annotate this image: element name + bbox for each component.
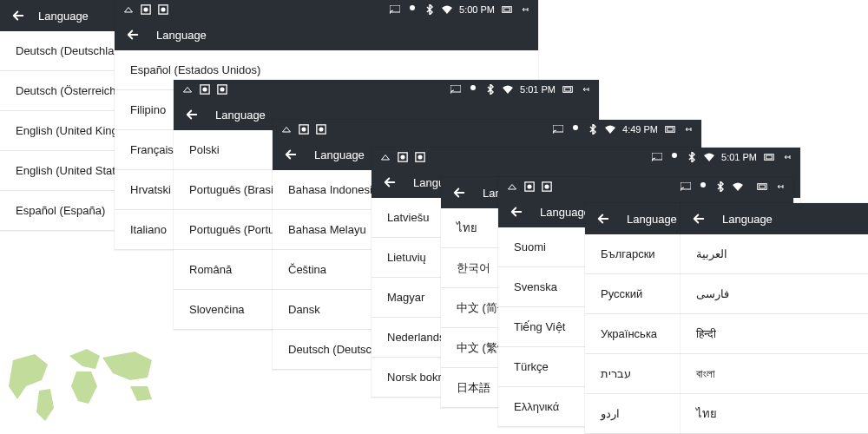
back-nav-icon[interactable]	[519, 4, 529, 15]
svg-point-9	[202, 87, 207, 91]
cast-icon	[652, 152, 662, 162]
bluetooth-icon	[687, 152, 697, 162]
back-arrow-icon[interactable]	[125, 27, 141, 43]
app-icon-2	[217, 84, 227, 95]
language-option[interactable]: فارسی	[681, 274, 868, 314]
location-icon	[669, 152, 680, 162]
title-bar: Language	[681, 203, 868, 234]
status-bar	[498, 177, 793, 196]
language-option[interactable]: ไทย	[681, 394, 868, 434]
page-title: Language	[722, 213, 773, 226]
language-option[interactable]: Українська	[585, 314, 681, 354]
title-bar: Language	[0, 0, 115, 31]
location-icon	[698, 181, 708, 192]
wifi-icon	[605, 124, 615, 135]
language-option[interactable]: العربية	[681, 234, 868, 274]
home-icon[interactable]	[380, 152, 391, 162]
language-option[interactable]: Español (España)	[0, 191, 115, 231]
language-option[interactable]: English (United Kingdom)	[0, 111, 115, 151]
status-bar: 5:01 PM	[372, 148, 800, 167]
location-icon	[570, 124, 581, 135]
language-option[interactable]: हिन्दी	[681, 314, 868, 354]
app-icon	[141, 4, 151, 15]
page-title: Language	[540, 206, 590, 219]
back-arrow-icon[interactable]	[184, 107, 200, 122]
clock: 4:49 PM	[622, 124, 658, 135]
status-bar: 4:49 PM	[273, 120, 701, 139]
language-option[interactable]: বাংলা	[681, 354, 868, 394]
svg-point-5	[410, 5, 415, 10]
home-icon[interactable]	[123, 4, 134, 15]
language-list: БългарскиРусскийУкраїнськаעבריתاردو	[585, 234, 681, 434]
language-option[interactable]: Български	[585, 234, 681, 274]
clock: 5:01 PM	[520, 84, 556, 95]
back-arrow-icon[interactable]	[509, 204, 524, 220]
svg-rect-7	[504, 8, 510, 11]
home-icon[interactable]	[507, 181, 517, 192]
back-nav-icon[interactable]	[774, 181, 785, 192]
svg-point-3	[161, 7, 165, 11]
app-icon	[398, 152, 408, 162]
page-title: Language	[38, 10, 89, 23]
language-option[interactable]: Deutsch (Österreich)	[0, 71, 115, 111]
language-option[interactable]: اردو	[585, 394, 681, 434]
bluetooth-icon	[424, 4, 435, 15]
language-option[interactable]: Русский	[585, 274, 681, 314]
bluetooth-icon	[715, 181, 726, 192]
language-list: العربيةفارسیहिन्दीবাংলাไทย	[681, 234, 868, 434]
title-bar: Language	[115, 19, 538, 50]
language-option[interactable]: Deutsch (Deutschland)	[0, 31, 115, 71]
language-list: Deutsch (Deutschland)Deutsch (Österreich…	[0, 31, 115, 231]
home-icon[interactable]	[182, 84, 193, 95]
recents-icon[interactable]	[665, 124, 675, 135]
language-option[interactable]: English (United States)	[0, 151, 115, 191]
svg-point-33	[527, 184, 531, 188]
svg-rect-15	[565, 88, 571, 91]
cast-icon	[681, 181, 691, 192]
svg-point-35	[544, 184, 549, 188]
app-icon	[299, 124, 309, 135]
app-icon	[524, 181, 535, 192]
back-nav-icon[interactable]	[682, 124, 693, 135]
wifi-icon	[503, 84, 513, 95]
cast-icon	[553, 124, 563, 135]
back-arrow-icon[interactable]	[451, 185, 467, 201]
clock: 5:00 PM	[459, 4, 495, 15]
status-bar: 5:01 PM	[174, 80, 599, 99]
clock: 5:01 PM	[721, 152, 757, 162]
svg-rect-31	[766, 155, 773, 159]
bluetooth-icon	[588, 124, 598, 135]
bluetooth-icon	[485, 84, 496, 95]
app-icon-2	[316, 124, 326, 135]
svg-rect-23	[667, 128, 674, 131]
back-arrow-icon[interactable]	[595, 211, 611, 227]
recents-icon[interactable]	[757, 181, 767, 192]
location-icon	[468, 84, 478, 95]
back-arrow-icon[interactable]	[691, 211, 707, 227]
wifi-icon	[704, 152, 714, 162]
settings-panel: Language Deutsch (Deutschland)Deutsch (Ö…	[0, 0, 115, 231]
svg-point-25	[400, 155, 404, 159]
app-icon-2	[542, 181, 552, 192]
page-title: Language	[314, 148, 365, 161]
recents-icon[interactable]	[502, 4, 512, 15]
svg-point-27	[418, 155, 422, 159]
back-arrow-icon[interactable]	[283, 147, 299, 162]
home-icon[interactable]	[281, 124, 292, 135]
page-title: Language	[156, 29, 207, 42]
svg-point-1	[143, 7, 148, 11]
back-nav-icon[interactable]	[580, 84, 590, 95]
recents-icon[interactable]	[562, 84, 573, 95]
recents-icon[interactable]	[764, 152, 774, 162]
back-arrow-icon[interactable]	[10, 8, 26, 23]
world-map-decoration	[0, 339, 165, 434]
back-nav-icon[interactable]	[781, 152, 792, 162]
app-icon-2	[415, 152, 425, 162]
settings-panel: Language БългарскиРусскийУкраїнськаעברית…	[585, 203, 681, 434]
wifi-icon	[442, 4, 452, 15]
back-arrow-icon[interactable]	[382, 174, 398, 190]
svg-point-11	[220, 87, 224, 91]
title-bar: Language	[585, 203, 681, 234]
wifi-icon	[733, 181, 743, 192]
language-option[interactable]: עברית	[585, 354, 681, 394]
